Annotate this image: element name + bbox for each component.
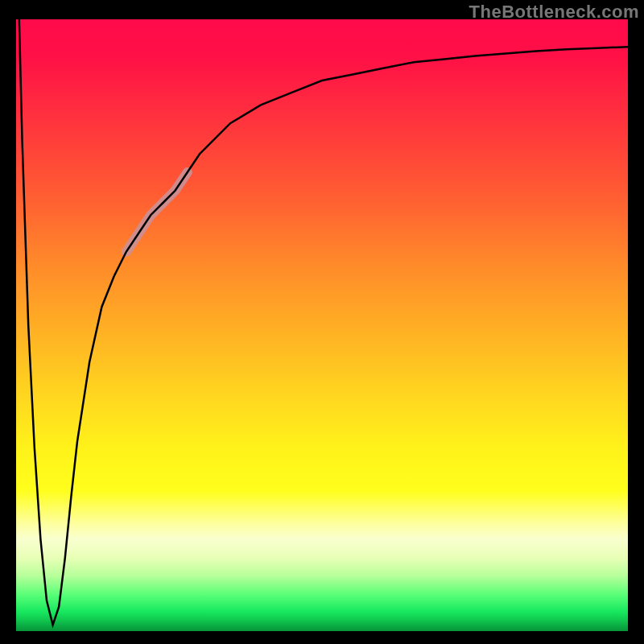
plot-area [16,19,628,631]
bottleneck-chart: TheBottleneck.com [0,0,644,644]
watermark-text: TheBottleneck.com [469,2,639,23]
bottleneck-curve-line [19,19,628,625]
curve-svg [16,19,628,631]
highlight-segment [126,172,188,252]
